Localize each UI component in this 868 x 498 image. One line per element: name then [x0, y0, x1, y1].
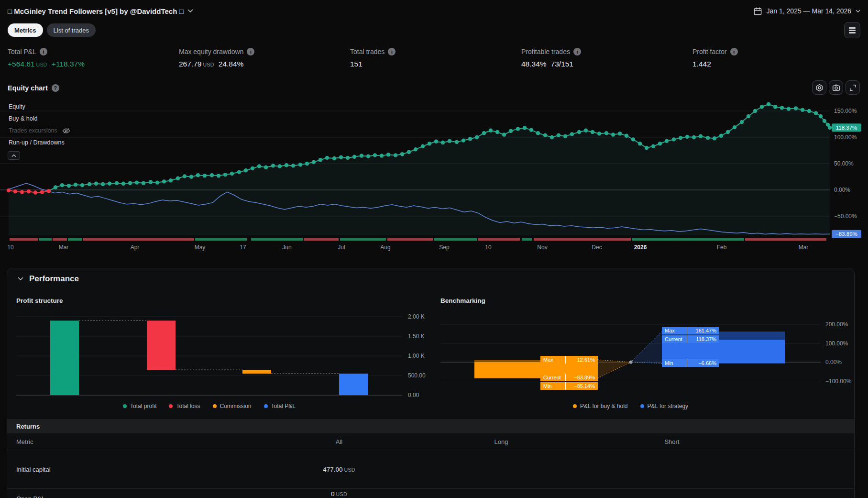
x-axis-tick: Feb — [717, 244, 727, 251]
metric-value: 267.79USD24.84% — [179, 60, 350, 68]
x-axis-tick: Aug — [380, 244, 390, 251]
equity-legend-run-up-drawdowns[interactable]: Run-up / Drawdowns — [7, 138, 66, 147]
header: □ McGinley Trend Followers [v5] by @Davi… — [8, 5, 860, 17]
info-icon[interactable]: i — [247, 48, 254, 55]
legend-total-p-l[interactable]: Total P&L — [264, 403, 296, 409]
x-axis-tick: Apr — [131, 244, 140, 251]
calendar-icon — [753, 7, 762, 16]
metric-total-p-l: Total P&Li+564.61USD+118.37% — [8, 48, 179, 68]
y-axis-tick: −100.00% — [825, 378, 852, 385]
legend-dot — [640, 404, 644, 408]
chevron-down-icon — [18, 277, 23, 281]
table-row[interactable]: 0USD Open P&L — [7, 489, 854, 498]
strategy-title[interactable]: □ McGinley Trend Followers [v5] by @Davi… — [8, 7, 193, 15]
date-range-picker[interactable]: Jan 1, 2025 — Mar 14, 2026 — [753, 7, 860, 16]
screenshot-button[interactable] — [829, 80, 843, 95]
equity-legend-equity[interactable]: Equity — [7, 102, 27, 111]
rows-icon — [848, 27, 856, 34]
x-axis-tick: Mar — [59, 244, 69, 251]
legend-label: Commission — [220, 403, 252, 409]
legend-label: Total loss — [176, 403, 200, 409]
benchmark-label-max: Max12.61% — [540, 356, 598, 364]
chevron-up-icon — [11, 154, 16, 157]
legend-label: Total P&L — [271, 403, 296, 409]
x-axis-tick: May — [195, 244, 206, 251]
metric-max-equity-drawdown: Max equity drawdowni267.79USD24.84% — [179, 48, 350, 68]
info-icon[interactable]: i — [730, 48, 738, 55]
legend-p-l-for-strategy[interactable]: P&L for strategy — [640, 403, 689, 409]
profit-structure-chart[interactable]: 2.00 K1.50 K1.00 K500.000.00 — [7, 304, 438, 405]
metric-label: Profit factor — [692, 48, 727, 55]
tab-metrics[interactable]: Metrics — [8, 23, 43, 37]
x-axis-tick: Jul — [338, 244, 345, 251]
layout-rows-button[interactable] — [844, 22, 860, 38]
label-key: Max — [540, 356, 565, 364]
bar-total-loss[interactable] — [147, 321, 176, 370]
eye-off-icon — [62, 128, 70, 134]
chart-settings-button[interactable] — [812, 80, 826, 95]
label-value: −83.89% — [565, 374, 598, 381]
metrics-row: Total P&Li+564.61USD+118.37%Max equity d… — [8, 48, 864, 68]
metric-label: Total P&L — [8, 48, 36, 55]
bar-total-p-l[interactable] — [339, 374, 368, 395]
y-axis-tick: 0.00% — [825, 359, 842, 365]
y-axis-tick: 100.00% — [825, 340, 848, 347]
fullscreen-button[interactable] — [846, 80, 860, 95]
metric-total-trades: Total tradesi151 — [350, 48, 521, 68]
runup-drawdown-strip — [10, 238, 826, 241]
label-value: −6.66% — [687, 359, 719, 367]
row-metric-label: Initial capital — [16, 466, 51, 473]
legend-dot — [264, 404, 268, 408]
info-icon[interactable]: i — [388, 48, 396, 55]
tab-list-of-trades[interactable]: List of trades — [47, 23, 96, 37]
info-icon[interactable]: i — [573, 48, 581, 55]
strategy-title-label: □ McGinley Trend Followers [v5] by @Davi… — [8, 7, 184, 15]
legend-total-loss[interactable]: Total loss — [169, 403, 200, 409]
camera-icon — [832, 84, 840, 92]
chevron-down-icon — [187, 9, 193, 13]
col-header-metric: Metric — [16, 438, 33, 445]
help-icon[interactable]: ? — [52, 84, 59, 92]
chevron-down-icon — [856, 10, 860, 13]
legend-label: P&L for buy & hold — [580, 403, 628, 409]
legend-dot — [123, 404, 127, 408]
label-key: Current — [540, 374, 565, 381]
x-axis-tick: Sep — [439, 244, 450, 251]
info-icon[interactable]: i — [40, 48, 47, 55]
bar-commission[interactable] — [242, 370, 271, 374]
label-key: Current — [662, 335, 687, 343]
collapse-pane-button[interactable] — [8, 151, 20, 160]
y-axis-tick: 2.00 K — [408, 313, 425, 320]
legend-label: P&L for strategy — [648, 403, 689, 409]
legend-dot — [213, 404, 217, 408]
buyhold-funnel — [598, 360, 631, 378]
legend-total-profit[interactable]: Total profit — [123, 403, 156, 409]
tabs-row: MetricsList of trades — [8, 23, 860, 37]
equity-chart-canvas[interactable]: 150.00%100.00%50.00%0.00%−50.00%118.37%−… — [0, 86, 868, 254]
legend-p-l-for-buy-hold[interactable]: P&L for buy & hold — [573, 403, 628, 409]
performance-header[interactable]: Performance — [18, 274, 79, 284]
table-row[interactable]: Initial capital 477.00USD — [7, 450, 854, 489]
y-axis-tick: 0.00 — [408, 392, 419, 398]
returns-title: Returns — [16, 423, 40, 430]
legend-commission[interactable]: Commission — [213, 403, 252, 409]
x-axis-tick: Nov — [537, 244, 547, 251]
equity-legend-trades-excursions[interactable]: Trades excursions — [7, 126, 72, 135]
benchmarking-legend: P&L for buy & holdP&L for strategy — [440, 403, 821, 409]
benchmarking-chart[interactable]: 200.00%100.00%0.00%−100.00% — [438, 304, 855, 405]
legend-dot — [573, 404, 577, 408]
label-value: 118.37% — [687, 335, 719, 343]
benchmark-label-min: Min−85.14% — [540, 382, 598, 390]
bar-total-profit[interactable] — [50, 321, 79, 395]
metric-profitable-trades: Profitable tradesi48.34%73/151 — [521, 48, 692, 68]
row-value-all: 477.00USD — [196, 466, 483, 473]
legend-label: Trades excursions — [9, 127, 57, 134]
svg-text:118.37%: 118.37% — [836, 125, 857, 131]
label-value: −85.14% — [565, 382, 598, 390]
equity-legend-buy-hold[interactable]: Buy & hold — [7, 114, 39, 123]
label-key: Min — [540, 382, 565, 390]
performance-card: Performance Profit structure Benchmarkin… — [7, 268, 855, 498]
col-header-short: Short — [576, 438, 768, 445]
row-metric-label: Open P&L — [16, 495, 45, 498]
convergence-dot — [629, 361, 633, 364]
